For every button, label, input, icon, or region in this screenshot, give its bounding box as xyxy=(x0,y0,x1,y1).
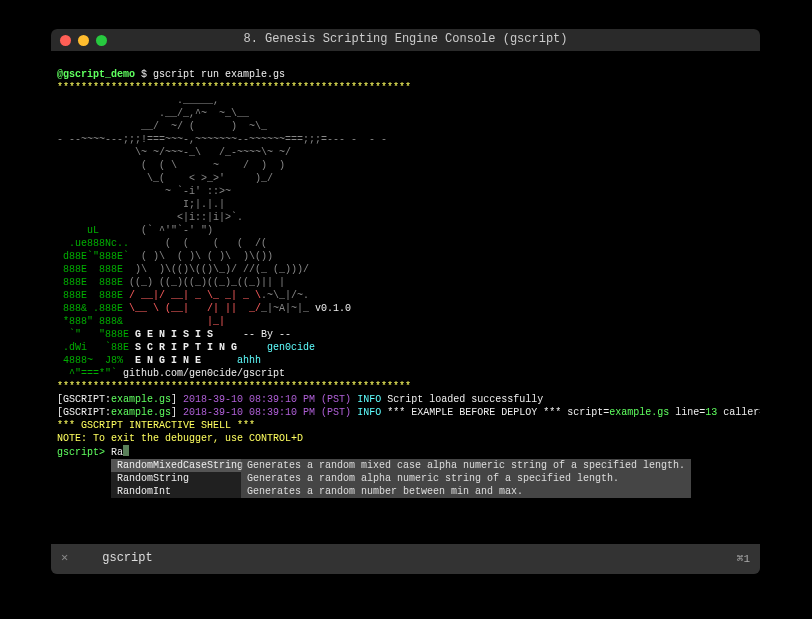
shell-banner: *** GSCRIPT INTERACTIVE SHELL *** xyxy=(57,420,255,431)
log-tag: GSCRIPT xyxy=(63,394,105,405)
tab-close-icon[interactable]: ✕ xyxy=(61,551,68,567)
traffic-lights xyxy=(51,35,107,46)
titlebar[interactable]: 8. Genesis Scripting Engine Console (gsc… xyxy=(51,29,760,51)
shell-sep: $ xyxy=(141,69,147,80)
ascii-stars-top: ****************************************… xyxy=(57,82,411,93)
terminal-pre: @gscript_demo $ gscript run example.gs *… xyxy=(57,68,754,498)
shell-user: @gscript_demo xyxy=(57,69,135,80)
autocomplete-popup[interactable]: RandomMixedCaseStringGenerates a random … xyxy=(111,459,691,498)
tab-gscript[interactable]: ✕ gscript ⌘1 xyxy=(51,544,760,574)
debugger-note: NOTE: To exit the debugger, use CONTROL+… xyxy=(57,433,303,444)
ascii-stars-mid: ****************************************… xyxy=(57,381,411,392)
autocomplete-item[interactable]: RandomIntGenerates a random number betwe… xyxy=(111,485,691,498)
cursor-icon xyxy=(123,445,129,456)
autocomplete-item[interactable]: RandomStringGenerates a random alpha num… xyxy=(111,472,691,485)
terminal-window: 8. Genesis Scripting Engine Console (gsc… xyxy=(51,29,760,574)
ascii-art: ._____, xyxy=(57,95,219,106)
autocomplete-item[interactable]: RandomMixedCaseStringGenerates a random … xyxy=(111,459,691,472)
close-icon[interactable] xyxy=(60,35,71,46)
tab-shortcut: ⌘1 xyxy=(737,552,750,566)
maximize-icon[interactable] xyxy=(96,35,107,46)
tab-name: gscript xyxy=(82,551,723,567)
tabbar: ✕ gscript ⌘1 xyxy=(51,544,760,574)
repl-input[interactable]: Ra xyxy=(111,447,123,458)
shell-command: gscript run example.gs xyxy=(153,69,285,80)
window-title: 8. Genesis Scripting Engine Console (gsc… xyxy=(51,32,760,48)
minimize-icon[interactable] xyxy=(78,35,89,46)
repl-prompt: gscript> xyxy=(57,447,105,458)
terminal-output[interactable]: @gscript_demo $ gscript run example.gs *… xyxy=(51,51,760,544)
